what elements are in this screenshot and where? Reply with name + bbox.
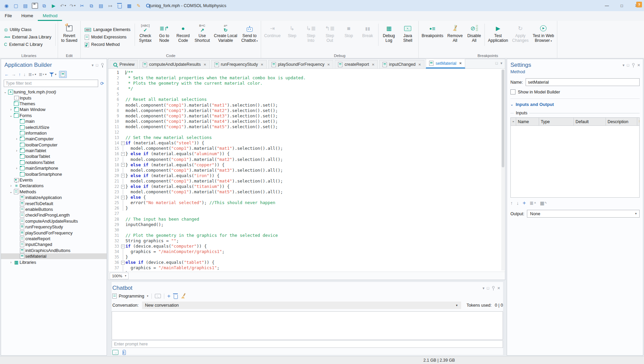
tree-item-resettodefault[interactable]: resetToDefault xyxy=(1,200,107,206)
ribbon-item-remove-all[interactable]: ☑☑☑Remove All xyxy=(445,22,465,53)
ribbon-item-create-local-variable[interactable]: a=↻Create Local Variable xyxy=(212,22,239,53)
fold-icon[interactable]: − xyxy=(121,185,125,189)
run-button[interactable]: ▶ xyxy=(49,2,58,10)
ribbon-item-test-in-web-browser[interactable]: ▶Test in Web Browser▾ xyxy=(531,22,556,53)
save-as-button[interactable]: ⧉ xyxy=(40,2,49,10)
send-to-shell-button[interactable]: ›_ xyxy=(155,294,161,298)
ribbon-item-language-elements[interactable]: ABCLanguage Elements xyxy=(82,26,133,33)
tree-item-toolbarsmartphone[interactable]: toolbarSmartphone xyxy=(1,171,107,177)
editor-tab-menu-button[interactable]: ▾ xyxy=(500,61,502,65)
tree-item-main-window[interactable]: ›Main Window xyxy=(1,107,107,112)
tree-item-declarations[interactable]: ›≡Declarations xyxy=(1,183,107,189)
highlight-button[interactable]: ✎ xyxy=(134,2,143,10)
tree-item-initgraphicsandbuttons[interactable]: initGraphicsAndButtons xyxy=(1,248,107,253)
tree-item-maintablet[interactable]: ›mainTablet xyxy=(1,148,107,153)
ribbon-tab-file[interactable]: File xyxy=(0,11,17,21)
tree-item-enablebuttons[interactable]: enableButtons xyxy=(1,206,107,212)
expander-icon[interactable]: › xyxy=(15,149,19,152)
minimize-button[interactable]: — xyxy=(599,0,614,11)
tree-item-setmaterial[interactable]: setMaterial xyxy=(1,253,107,259)
collapse-all-button[interactable]: ≣▴▾ xyxy=(28,72,36,77)
chat-mode-select[interactable]: Programming ▾ xyxy=(112,293,148,299)
editor-tab-runfrequencystudy[interactable]: runFrequencyStudy✕ xyxy=(211,60,267,68)
back-button[interactable]: ← xyxy=(4,72,9,77)
close-icon[interactable]: ✕ xyxy=(372,63,374,66)
inputs-table-body[interactable] xyxy=(511,126,639,197)
tree-item-selectuisize[interactable]: selectUISize xyxy=(1,124,107,130)
ribbon-item-revert-to-saved[interactable]: Revert to Saved xyxy=(59,22,79,53)
fold-icon[interactable]: − xyxy=(121,261,125,264)
tree-item-inputs[interactable]: ↓Inputs xyxy=(1,95,107,101)
expander-icon[interactable]: › xyxy=(9,108,13,111)
duplicate-button[interactable]: ↦ xyxy=(106,2,115,10)
paste-button[interactable]: ▤ xyxy=(96,2,105,10)
tree-item-maincomputer[interactable]: ›mainComputer xyxy=(1,136,107,142)
tree-item-notationstablet[interactable]: notationsTablet xyxy=(1,160,107,165)
tree-item-information[interactable]: information xyxy=(1,130,107,136)
expander-icon[interactable]: › xyxy=(9,184,13,188)
add-input-button[interactable]: + xyxy=(523,200,526,206)
close-icon[interactable]: ✕ xyxy=(260,63,263,66)
scrollbar-thumb[interactable] xyxy=(502,69,504,167)
send-prompt-button[interactable]: → xyxy=(112,350,118,355)
float-editor-button[interactable]: □ xyxy=(496,61,498,65)
redo-button[interactable]: ↷▾ xyxy=(68,2,77,10)
method-name-input[interactable] xyxy=(526,78,640,86)
ribbon-item-record-method[interactable]: Record Method xyxy=(82,41,133,48)
new-conversation-button[interactable]: + xyxy=(167,293,171,299)
copy-button[interactable]: ⧉ xyxy=(87,2,96,10)
open-button[interactable]: ▤ xyxy=(21,2,30,10)
tree-filter-input[interactable] xyxy=(4,80,98,87)
ribbon-item-breakpoints[interactable]: ●≣Breakpoints xyxy=(420,22,445,53)
clear-conversation-button[interactable] xyxy=(181,293,186,299)
expander-icon[interactable]: › xyxy=(9,260,13,264)
edit-table-button[interactable]: ▦✎ xyxy=(540,201,547,205)
tree-item-toolbarcomputer[interactable]: toolbarComputer xyxy=(1,142,107,148)
expand-all-button[interactable]: ≣▾▾ xyxy=(39,72,47,77)
delete-conversation-button[interactable] xyxy=(174,295,178,299)
inputs-and-output-section[interactable]: ⌄ Inputs and Output xyxy=(510,102,640,107)
tree-item-runfrequencystudy[interactable]: runFrequencyStudy xyxy=(1,224,107,230)
tree-item-initializeapplication[interactable]: initializeApplication xyxy=(1,195,107,200)
move-up-button[interactable]: ↑ xyxy=(19,72,21,77)
close-icon[interactable]: ✕ xyxy=(327,63,330,66)
tree-item-mainsmartphone[interactable]: ›mainSmartphone xyxy=(1,165,107,171)
code-area[interactable]: 1/**2 * Sets the material properties whe… xyxy=(108,69,505,272)
ribbon-item-send-to-chatbot[interactable]: Send to Chatbot▾ xyxy=(239,22,260,53)
ribbon-tab-home[interactable]: Home xyxy=(17,11,38,21)
filter-button[interactable]: ▾ xyxy=(49,72,56,77)
move-up-button[interactable]: ↑ xyxy=(510,201,513,205)
tree-item-createreport[interactable]: createReport xyxy=(1,236,107,242)
tree-item-main[interactable]: main xyxy=(1,118,107,124)
editor-tab-computeandupdateresults[interactable]: computeAndUpdateResults✕ xyxy=(139,60,210,68)
ribbon-item-model-expressions[interactable]: Model Expressions xyxy=(82,33,133,41)
toggle-model-builder-button[interactable] xyxy=(59,71,67,78)
float-panel-button[interactable]: □ xyxy=(487,286,489,290)
fold-icon[interactable]: − xyxy=(121,163,125,167)
tree-item-checkfindpronglength[interactable]: checkFindProngLength xyxy=(1,212,107,218)
new-file-button[interactable]: ▢ xyxy=(11,2,20,10)
tree-item-playsoundforfrequency[interactable]: playSoundForFrequency xyxy=(1,230,107,235)
maximize-button[interactable]: □ xyxy=(614,0,629,11)
expander-icon[interactable]: › xyxy=(15,137,19,141)
ribbon-item-utility-class[interactable]: ◎Utility Class xyxy=(2,26,54,33)
ribbon-item-go-to-node[interactable]: ≣↱Go to Node xyxy=(155,22,174,53)
fold-icon[interactable]: − xyxy=(121,141,125,145)
refresh-icon[interactable]: ⟳ xyxy=(100,81,104,86)
select-button[interactable]: ▩ xyxy=(125,2,134,10)
inputs-table[interactable]: »NameTypeDefaultDescriptionUnits xyxy=(510,117,640,198)
editor-tab-playsoundforfrequency[interactable]: playSoundForFrequency✕ xyxy=(268,60,333,68)
delete-input-button[interactable]: ≣✕ xyxy=(530,201,536,205)
editor-tab-inputchanged[interactable]: inputChanged✕ xyxy=(379,60,424,68)
ribbon-tab-method[interactable]: Method xyxy=(38,11,62,21)
collapse-panel-button[interactable]: ▾ xyxy=(483,286,485,290)
tree-item-methods[interactable]: ⌄Methods xyxy=(1,189,107,195)
expander-icon[interactable]: ⌄ xyxy=(3,90,7,94)
pin-panel-button[interactable] xyxy=(632,63,635,67)
close-panel-button[interactable]: ✕ xyxy=(497,286,500,290)
pin-panel-button[interactable] xyxy=(101,63,104,67)
fold-icon[interactable]: − xyxy=(121,245,125,248)
editor-tab-createreport[interactable]: createReport✕ xyxy=(335,60,378,68)
fold-icon[interactable]: − xyxy=(121,174,125,177)
output-select[interactable]: None ▼ xyxy=(527,210,640,218)
